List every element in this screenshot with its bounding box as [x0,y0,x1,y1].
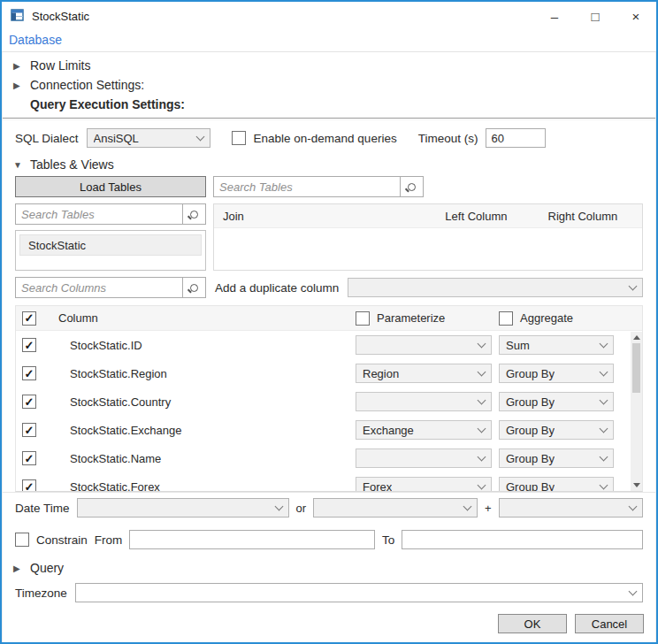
on-demand-checkbox[interactable] [232,131,246,145]
expander-row-limits[interactable]: ▶ Row Limits [3,56,655,75]
parameterize-dropdown[interactable]: Exchange [356,420,492,440]
aggregate-dropdown[interactable]: Group By [499,392,614,411]
vertical-scrollbar[interactable] [631,332,642,491]
constrain-to-input[interactable] [402,530,643,549]
maximize-button[interactable]: □ [575,2,616,30]
timezone-label: Timezone [15,586,67,600]
parameterize-dropdown[interactable]: Region [356,364,492,383]
constrain-row: Constrain From To [15,530,643,549]
tables-list-panel: StockStatic [15,203,206,271]
join-header-left-column: Left Column [445,210,547,223]
add-duplicate-dropdown[interactable] [348,278,643,297]
chevron-down-icon [478,367,486,376]
column-checkbox[interactable]: ✓ [22,338,36,352]
column-checkbox[interactable]: ✓ [22,479,36,491]
chevron-down-icon [195,132,204,141]
window-title: StockStatic [32,10,89,23]
menu-database[interactable]: Database [9,33,62,47]
datetime-dropdown-1[interactable] [77,498,289,518]
stockstatic-dialog: StockStatic – □ × Database ▶ Row Limits … [0,0,658,644]
parameterize-dropdown[interactable] [356,335,492,355]
aggregate-dropdown[interactable]: Group By [499,364,614,383]
to-label: To [382,533,394,547]
search-tables-box-left [15,203,206,225]
search-columns-input[interactable] [16,278,182,297]
aggregate-header-checkbox[interactable] [499,311,513,326]
aggregate-dropdown[interactable]: Sum [499,335,614,355]
tables-join-section: StockStatic Join Left Column Right Colum… [15,203,643,271]
join-table-header: Join Left Column Right Column [214,204,642,228]
timezone-dropdown[interactable] [75,583,643,602]
column-checkbox[interactable]: ✓ [22,451,36,465]
timezone-row: Timezone [15,583,643,602]
scroll-up-icon[interactable] [633,335,640,340]
connection-settings-label: Connection Settings: [30,78,144,92]
expander-collapsed-icon: ▶ [13,61,22,71]
tables-views-label: Tables & Views [30,157,114,172]
column-header-label: Column [58,311,356,325]
parameterize-header-checkbox[interactable] [356,311,370,326]
close-button[interactable]: × [616,2,656,30]
app-icon [11,9,25,23]
search-columns-box [15,277,206,298]
aggregate-dropdown[interactable]: Group By [499,477,614,491]
scrollbar-thumb[interactable] [632,343,640,393]
timeout-label: Timeout (s) [418,132,478,145]
expander-tables-views[interactable]: ▼ Tables & Views [3,155,655,174]
datetime-dropdown-2[interactable] [313,498,478,518]
chevron-down-icon [274,502,283,510]
search-button[interactable] [182,278,205,297]
expander-connection-settings[interactable]: ▶ Connection Settings: [3,75,655,95]
expander-collapsed-icon: ▶ [13,80,22,90]
tables-list: StockStatic [15,230,206,271]
ok-button[interactable]: OK [498,614,567,633]
aggregate-dropdown[interactable]: Group By [499,420,614,440]
datetime-row: Date Time or + [3,492,655,523]
columns-toolbar: Add a duplicate column [15,277,643,298]
column-name: StockStatic.ID [58,339,356,352]
column-checkbox[interactable]: ✓ [22,423,36,437]
aggregate-dropdown[interactable]: Group By [499,448,614,468]
title-bar: StockStatic – □ × [2,2,656,30]
on-demand-label: Enable on-demand queries [254,132,397,145]
search-tables-input-left[interactable] [16,204,182,224]
column-row: ✓ StockStatic.Region Region Group By [16,359,630,387]
cancel-button[interactable]: Cancel [575,614,644,633]
scroll-down-icon[interactable] [633,483,640,487]
row-limits-label: Row Limits [30,58,90,73]
search-tables-box-top [213,176,424,197]
constrain-from-input[interactable] [129,530,375,549]
search-tables-input-top[interactable] [214,177,400,196]
chevron-down-icon [478,339,486,348]
column-checkbox[interactable]: ✓ [22,366,36,380]
menu-bar: Database [2,30,656,52]
datetime-label: Date Time [15,502,70,515]
chevron-down-icon [600,367,608,376]
column-row: ✓ StockStatic.Exchange Exchange Group By [16,416,630,444]
join-table-body[interactable] [214,228,642,270]
add-duplicate-label: Add a duplicate column [213,281,340,295]
column-row: ✓ StockStatic.Country Group By [16,387,630,416]
table-list-item[interactable]: StockStatic [19,234,202,256]
sql-dialect-dropdown[interactable]: AnsiSQL [87,128,210,148]
chevron-down-icon [600,395,608,404]
constrain-checkbox[interactable] [15,533,29,547]
load-tables-button[interactable]: Load Tables [15,176,206,197]
datetime-dropdown-3[interactable] [499,498,643,518]
search-button[interactable] [400,177,423,196]
select-all-checkbox[interactable]: ✓ [22,311,36,326]
parameterize-dropdown[interactable] [356,392,492,411]
column-checkbox[interactable]: ✓ [22,395,36,409]
expander-collapsed-icon: ▶ [13,564,22,573]
query-execution-settings-label: Query Execution Settings: [13,97,185,111]
search-button[interactable] [182,204,205,224]
timeout-input[interactable] [486,128,546,148]
from-label: From [95,533,123,547]
dialog-footer: OK Cancel [14,605,644,633]
minimize-button[interactable]: – [534,2,575,30]
chevron-down-icon [600,424,608,433]
parameterize-dropdown[interactable]: Forex [356,477,492,491]
expander-query[interactable]: ▶ Query [3,558,655,578]
parameterize-dropdown[interactable] [356,448,492,468]
column-name: StockStatic.Country [58,395,356,409]
